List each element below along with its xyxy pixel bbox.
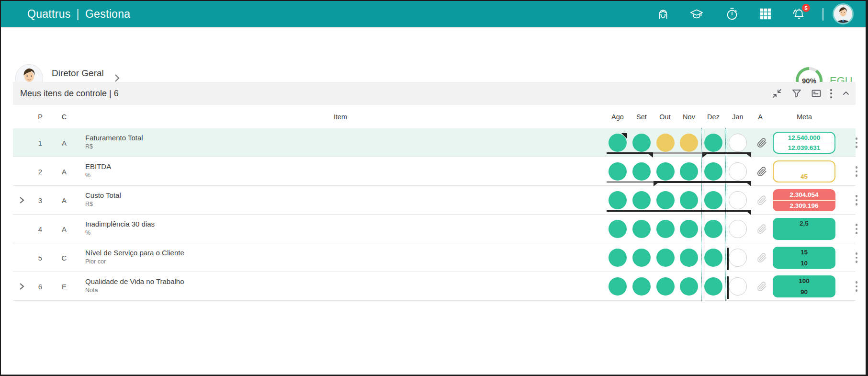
column-header-attachments[interactable]: A xyxy=(751,105,770,128)
month-status-circle[interactable] xyxy=(632,162,651,181)
item-cell[interactable]: EBITDA % xyxy=(85,162,111,180)
expand-row-icon[interactable] xyxy=(17,196,26,205)
item-cell[interactable]: Faturamento Total R$ xyxy=(85,133,143,151)
graduation-cap-icon[interactable] xyxy=(689,7,704,21)
month-status-circle[interactable] xyxy=(729,220,747,238)
attachment-paperclip-icon[interactable] xyxy=(757,166,767,177)
item-cell[interactable]: Nível de Serviço para o Cliente Pior cor xyxy=(85,248,184,266)
row-kebab-menu-icon[interactable] xyxy=(853,137,860,149)
column-header-month[interactable]: Ago xyxy=(606,105,630,128)
row-kebab-menu-icon[interactable] xyxy=(853,280,860,293)
table-row[interactable]: 3 A Custo Total R$ 2.304.054 2.309.196 xyxy=(13,186,856,215)
compress-icon[interactable] xyxy=(771,88,783,99)
filter-icon[interactable] xyxy=(791,88,802,99)
table-row[interactable]: 4 A Inadimplência 30 dias % 2,5 xyxy=(13,215,856,243)
item-cell[interactable]: Qualidade de Vida no Trabalho Nota xyxy=(85,277,184,295)
month-status-circle[interactable] xyxy=(656,162,675,181)
month-status-circle[interactable] xyxy=(680,162,698,181)
apps-grid-icon[interactable] xyxy=(758,7,773,21)
meta-value-box[interactable]: 12.540.000 12.039.631 xyxy=(773,132,835,154)
table-row[interactable]: 1 A Faturamento Total R$ 12.540.000 12.0… xyxy=(13,128,856,157)
month-status-circle[interactable] xyxy=(704,249,722,267)
row-kebab-menu-icon[interactable] xyxy=(853,194,860,206)
column-header-meta[interactable]: Meta xyxy=(778,105,831,128)
column-header-month[interactable]: Out xyxy=(653,105,677,128)
month-status-circle[interactable] xyxy=(680,134,698,152)
attachment-paperclip-icon[interactable] xyxy=(757,281,767,292)
row-kebab-menu-icon[interactable] xyxy=(853,223,860,235)
meta-value-box[interactable]: 2,5 xyxy=(773,218,835,240)
month-status-circle[interactable] xyxy=(680,191,698,209)
meta-value-box[interactable]: 2.304.054 2.309.196 xyxy=(773,189,835,211)
meta-value-box[interactable]: 45 xyxy=(773,160,835,182)
month-status-circle[interactable] xyxy=(704,191,722,209)
table-row[interactable]: 2 A EBITDA % 45 xyxy=(13,157,856,186)
column-header-p[interactable]: P xyxy=(31,105,50,128)
column-header-month[interactable]: Dez xyxy=(701,105,725,128)
month-status-circle[interactable] xyxy=(656,277,675,296)
app-logo[interactable]: Quattrus | Gestiona xyxy=(27,1,130,27)
month-status-circle[interactable] xyxy=(632,277,651,296)
month-status-circle[interactable] xyxy=(680,249,698,267)
month-status-circle[interactable] xyxy=(656,249,675,267)
attachment-paperclip-icon[interactable] xyxy=(757,252,767,263)
month-status-circle[interactable] xyxy=(632,191,651,209)
column-header-item[interactable]: Item xyxy=(197,105,484,128)
month-status-circle[interactable] xyxy=(609,277,627,296)
month-status-circle[interactable] xyxy=(609,162,627,181)
notifications-bell-icon[interactable]: 5 xyxy=(792,7,806,21)
meta-actual xyxy=(773,229,835,240)
month-status-circle[interactable] xyxy=(632,249,651,267)
row-kebab-menu-icon[interactable] xyxy=(853,251,860,264)
row-kebab-menu-icon[interactable] xyxy=(853,165,860,178)
item-name: Nível de Serviço para o Cliente xyxy=(85,248,184,258)
assistant-icon[interactable] xyxy=(656,7,670,21)
column-header-month[interactable]: Jan xyxy=(726,105,750,128)
month-status-circle[interactable] xyxy=(704,277,722,296)
item-name: Qualidade de Vida no Trabalho xyxy=(85,277,184,286)
meta-value-box[interactable]: 100 90 xyxy=(773,275,835,297)
card-view-icon[interactable] xyxy=(811,88,822,99)
collapse-chevron-icon[interactable] xyxy=(840,88,852,99)
month-status-circle[interactable] xyxy=(680,220,698,238)
month-status-circle[interactable] xyxy=(656,220,675,238)
current-month-marker xyxy=(725,128,726,301)
month-status-circle[interactable] xyxy=(704,220,722,238)
expand-row-icon[interactable] xyxy=(17,282,26,291)
month-status-circle[interactable] xyxy=(656,191,675,209)
attachment-paperclip-icon[interactable] xyxy=(757,137,767,148)
column-header-month[interactable]: Nov xyxy=(677,105,701,128)
month-status-circle[interactable] xyxy=(729,134,747,152)
month-status-circle[interactable] xyxy=(609,220,627,238)
kebab-menu-icon[interactable] xyxy=(830,89,832,98)
month-status-circle[interactable] xyxy=(632,134,651,152)
month-status-circle[interactable] xyxy=(729,162,747,181)
timer-icon[interactable] xyxy=(725,7,739,21)
item-cell[interactable]: Custo Total R$ xyxy=(85,191,121,208)
month-status-circle[interactable] xyxy=(609,134,627,152)
attachment-paperclip-icon[interactable] xyxy=(757,195,767,206)
control-items-panel-header: Meus itens de controle | 6 xyxy=(13,82,856,105)
month-status-circle[interactable] xyxy=(680,277,698,296)
user-avatar[interactable] xyxy=(833,3,854,24)
column-header-c[interactable]: C xyxy=(55,105,74,128)
month-status-circle[interactable] xyxy=(729,249,747,267)
month-status-circle[interactable] xyxy=(632,220,651,238)
table-row[interactable]: 6 E Qualidade de Vida no Trabalho Nota 1… xyxy=(13,272,856,301)
table-row[interactable]: 5 C Nível de Serviço para o Cliente Pior… xyxy=(13,243,856,272)
item-cell[interactable]: Inadimplência 30 dias % xyxy=(85,219,155,237)
month-status-circle[interactable] xyxy=(729,191,747,209)
month-status-circle[interactable] xyxy=(704,162,722,181)
period-bar xyxy=(607,181,654,183)
attachment-paperclip-icon[interactable] xyxy=(757,224,767,235)
priority-cell: 5 xyxy=(31,243,50,272)
meta-value-box[interactable]: 15 10 xyxy=(773,247,835,269)
month-status-circle[interactable] xyxy=(729,277,747,296)
month-status-circle[interactable] xyxy=(704,134,722,152)
month-status-circle[interactable] xyxy=(609,249,627,267)
month-status-circle[interactable] xyxy=(656,134,675,152)
breadcrumb-chevron-icon[interactable] xyxy=(114,74,120,82)
column-header-month[interactable]: Set xyxy=(630,105,654,128)
month-status-circle[interactable] xyxy=(609,191,627,209)
limit-tick xyxy=(727,248,729,270)
